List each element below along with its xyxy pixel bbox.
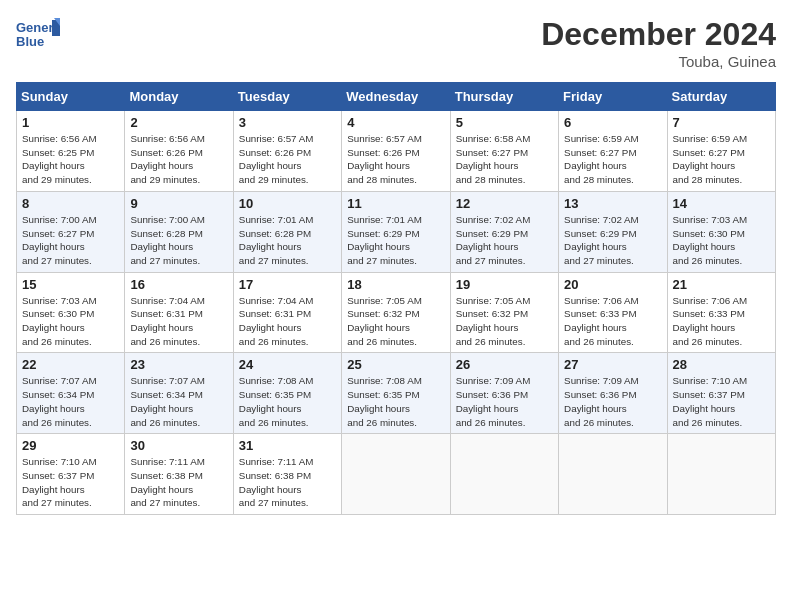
day-info: Sunrise: 7:06 AM Sunset: 6:33 PM Dayligh…	[564, 294, 661, 349]
table-cell: 23 Sunrise: 7:07 AM Sunset: 6:34 PM Dayl…	[125, 353, 233, 434]
day-number: 19	[456, 277, 553, 292]
day-info: Sunrise: 7:05 AM Sunset: 6:32 PM Dayligh…	[456, 294, 553, 349]
day-info: Sunrise: 6:59 AM Sunset: 6:27 PM Dayligh…	[564, 132, 661, 187]
table-cell: 1 Sunrise: 6:56 AM Sunset: 6:25 PM Dayli…	[17, 111, 125, 192]
day-number: 18	[347, 277, 444, 292]
table-cell: 13 Sunrise: 7:02 AM Sunset: 6:29 PM Dayl…	[559, 191, 667, 272]
col-saturday: Saturday	[667, 83, 775, 111]
day-info: Sunrise: 7:03 AM Sunset: 6:30 PM Dayligh…	[673, 213, 770, 268]
day-info: Sunrise: 7:01 AM Sunset: 6:28 PM Dayligh…	[239, 213, 336, 268]
col-thursday: Thursday	[450, 83, 558, 111]
day-info: Sunrise: 7:04 AM Sunset: 6:31 PM Dayligh…	[130, 294, 227, 349]
table-cell	[450, 434, 558, 515]
day-info: Sunrise: 7:00 AM Sunset: 6:28 PM Dayligh…	[130, 213, 227, 268]
day-number: 26	[456, 357, 553, 372]
day-number: 25	[347, 357, 444, 372]
day-number: 4	[347, 115, 444, 130]
table-cell: 18 Sunrise: 7:05 AM Sunset: 6:32 PM Dayl…	[342, 272, 450, 353]
day-number: 30	[130, 438, 227, 453]
table-cell: 10 Sunrise: 7:01 AM Sunset: 6:28 PM Dayl…	[233, 191, 341, 272]
day-number: 7	[673, 115, 770, 130]
day-number: 29	[22, 438, 119, 453]
day-number: 13	[564, 196, 661, 211]
table-cell: 25 Sunrise: 7:08 AM Sunset: 6:35 PM Dayl…	[342, 353, 450, 434]
svg-text:Blue: Blue	[16, 34, 44, 49]
table-cell	[342, 434, 450, 515]
table-cell: 7 Sunrise: 6:59 AM Sunset: 6:27 PM Dayli…	[667, 111, 775, 192]
day-info: Sunrise: 6:56 AM Sunset: 6:25 PM Dayligh…	[22, 132, 119, 187]
table-cell: 4 Sunrise: 6:57 AM Sunset: 6:26 PM Dayli…	[342, 111, 450, 192]
calendar-week-row: 1 Sunrise: 6:56 AM Sunset: 6:25 PM Dayli…	[17, 111, 776, 192]
day-info: Sunrise: 7:07 AM Sunset: 6:34 PM Dayligh…	[130, 374, 227, 429]
table-cell: 26 Sunrise: 7:09 AM Sunset: 6:36 PM Dayl…	[450, 353, 558, 434]
col-monday: Monday	[125, 83, 233, 111]
day-number: 8	[22, 196, 119, 211]
day-info: Sunrise: 7:04 AM Sunset: 6:31 PM Dayligh…	[239, 294, 336, 349]
day-info: Sunrise: 7:00 AM Sunset: 6:27 PM Dayligh…	[22, 213, 119, 268]
day-number: 20	[564, 277, 661, 292]
day-info: Sunrise: 6:57 AM Sunset: 6:26 PM Dayligh…	[239, 132, 336, 187]
calendar-header-row: Sunday Monday Tuesday Wednesday Thursday…	[17, 83, 776, 111]
table-cell: 19 Sunrise: 7:05 AM Sunset: 6:32 PM Dayl…	[450, 272, 558, 353]
table-cell: 29 Sunrise: 7:10 AM Sunset: 6:37 PM Dayl…	[17, 434, 125, 515]
day-info: Sunrise: 7:10 AM Sunset: 6:37 PM Dayligh…	[22, 455, 119, 510]
day-number: 21	[673, 277, 770, 292]
calendar-week-row: 15 Sunrise: 7:03 AM Sunset: 6:30 PM Dayl…	[17, 272, 776, 353]
table-cell: 11 Sunrise: 7:01 AM Sunset: 6:29 PM Dayl…	[342, 191, 450, 272]
table-cell: 6 Sunrise: 6:59 AM Sunset: 6:27 PM Dayli…	[559, 111, 667, 192]
table-cell: 22 Sunrise: 7:07 AM Sunset: 6:34 PM Dayl…	[17, 353, 125, 434]
table-cell: 31 Sunrise: 7:11 AM Sunset: 6:38 PM Dayl…	[233, 434, 341, 515]
day-info: Sunrise: 7:10 AM Sunset: 6:37 PM Dayligh…	[673, 374, 770, 429]
col-sunday: Sunday	[17, 83, 125, 111]
day-number: 27	[564, 357, 661, 372]
table-cell: 28 Sunrise: 7:10 AM Sunset: 6:37 PM Dayl…	[667, 353, 775, 434]
day-number: 11	[347, 196, 444, 211]
col-friday: Friday	[559, 83, 667, 111]
day-number: 9	[130, 196, 227, 211]
calendar-week-row: 29 Sunrise: 7:10 AM Sunset: 6:37 PM Dayl…	[17, 434, 776, 515]
day-number: 1	[22, 115, 119, 130]
location: Touba, Guinea	[541, 53, 776, 70]
day-number: 24	[239, 357, 336, 372]
day-info: Sunrise: 7:09 AM Sunset: 6:36 PM Dayligh…	[456, 374, 553, 429]
day-number: 10	[239, 196, 336, 211]
calendar-week-row: 8 Sunrise: 7:00 AM Sunset: 6:27 PM Dayli…	[17, 191, 776, 272]
table-cell: 20 Sunrise: 7:06 AM Sunset: 6:33 PM Dayl…	[559, 272, 667, 353]
day-info: Sunrise: 7:05 AM Sunset: 6:32 PM Dayligh…	[347, 294, 444, 349]
day-info: Sunrise: 6:57 AM Sunset: 6:26 PM Dayligh…	[347, 132, 444, 187]
col-wednesday: Wednesday	[342, 83, 450, 111]
table-cell: 5 Sunrise: 6:58 AM Sunset: 6:27 PM Dayli…	[450, 111, 558, 192]
day-info: Sunrise: 7:02 AM Sunset: 6:29 PM Dayligh…	[456, 213, 553, 268]
month-title: December 2024	[541, 16, 776, 53]
table-cell	[559, 434, 667, 515]
day-info: Sunrise: 7:08 AM Sunset: 6:35 PM Dayligh…	[347, 374, 444, 429]
day-info: Sunrise: 7:06 AM Sunset: 6:33 PM Dayligh…	[673, 294, 770, 349]
logo: General Blue	[16, 16, 64, 52]
table-cell: 8 Sunrise: 7:00 AM Sunset: 6:27 PM Dayli…	[17, 191, 125, 272]
page-header: General Blue December 2024 Touba, Guinea	[16, 16, 776, 70]
table-cell: 24 Sunrise: 7:08 AM Sunset: 6:35 PM Dayl…	[233, 353, 341, 434]
day-number: 17	[239, 277, 336, 292]
day-number: 12	[456, 196, 553, 211]
table-cell: 27 Sunrise: 7:09 AM Sunset: 6:36 PM Dayl…	[559, 353, 667, 434]
day-number: 22	[22, 357, 119, 372]
day-number: 3	[239, 115, 336, 130]
table-cell: 2 Sunrise: 6:56 AM Sunset: 6:26 PM Dayli…	[125, 111, 233, 192]
day-number: 5	[456, 115, 553, 130]
day-number: 6	[564, 115, 661, 130]
table-cell	[667, 434, 775, 515]
calendar-table: Sunday Monday Tuesday Wednesday Thursday…	[16, 82, 776, 515]
day-number: 2	[130, 115, 227, 130]
day-number: 16	[130, 277, 227, 292]
day-info: Sunrise: 7:08 AM Sunset: 6:35 PM Dayligh…	[239, 374, 336, 429]
day-number: 23	[130, 357, 227, 372]
day-info: Sunrise: 6:59 AM Sunset: 6:27 PM Dayligh…	[673, 132, 770, 187]
table-cell: 17 Sunrise: 7:04 AM Sunset: 6:31 PM Dayl…	[233, 272, 341, 353]
table-cell: 16 Sunrise: 7:04 AM Sunset: 6:31 PM Dayl…	[125, 272, 233, 353]
day-info: Sunrise: 7:09 AM Sunset: 6:36 PM Dayligh…	[564, 374, 661, 429]
day-info: Sunrise: 7:11 AM Sunset: 6:38 PM Dayligh…	[239, 455, 336, 510]
day-number: 14	[673, 196, 770, 211]
table-cell: 3 Sunrise: 6:57 AM Sunset: 6:26 PM Dayli…	[233, 111, 341, 192]
table-cell: 30 Sunrise: 7:11 AM Sunset: 6:38 PM Dayl…	[125, 434, 233, 515]
table-cell: 12 Sunrise: 7:02 AM Sunset: 6:29 PM Dayl…	[450, 191, 558, 272]
